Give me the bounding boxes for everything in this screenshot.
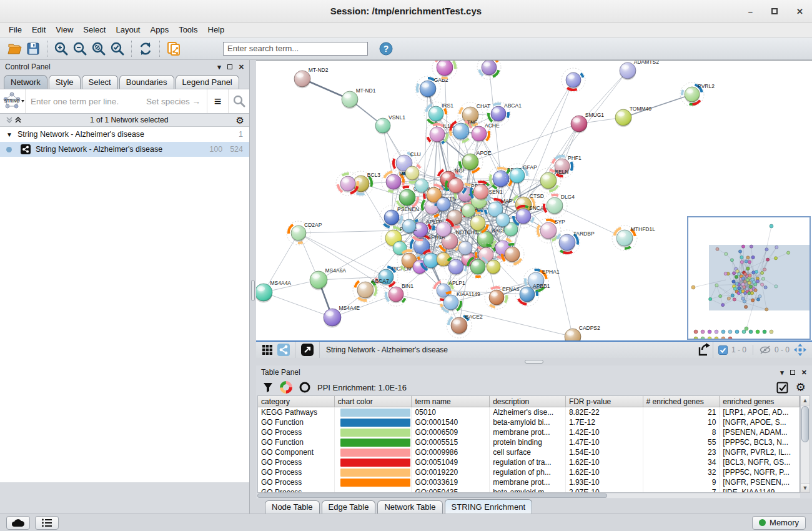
tab-node-table[interactable]: Node Table	[265, 500, 320, 514]
memory-button[interactable]: Memory	[752, 516, 806, 530]
export-network-icon[interactable]	[696, 342, 711, 357]
node-vsnl1[interactable]: VSNL1	[375, 114, 405, 134]
zoom-fit-button[interactable]	[89, 39, 108, 58]
string-options-button[interactable]: ≡	[207, 89, 228, 113]
zoom-in-button[interactable]	[52, 39, 71, 58]
column-header-enriched-genes[interactable]: # enriched genes	[643, 396, 720, 407]
column-header-category[interactable]: category	[258, 396, 335, 407]
collapse-all-icon[interactable]	[5, 116, 14, 124]
table-row[interactable]: GO ProcessGO:0006509membrane prot...1.42…	[258, 427, 800, 437]
node[interactable]	[402, 219, 416, 234]
table-row[interactable]: GO ProcessGO:0051049regulation of tra...…	[258, 457, 800, 467]
hidden-elements-icon[interactable]	[760, 345, 771, 354]
menu-file[interactable]: File	[4, 23, 27, 36]
save-session-button[interactable]	[24, 39, 42, 58]
string-logo-icon[interactable]: STRING	[0, 89, 26, 113]
navigate-icon[interactable]	[793, 343, 807, 357]
node[interactable]	[393, 241, 407, 256]
birds-eye-view[interactable]	[687, 216, 811, 340]
node[interactable]	[458, 241, 472, 256]
refresh-button[interactable]	[136, 39, 155, 58]
help-icon[interactable]: ?	[377, 39, 395, 58]
float-panel-icon[interactable]	[790, 370, 795, 375]
enrichment-table[interactable]: categorychart colorterm namedescriptionF…	[257, 395, 800, 493]
string-search-button[interactable]	[228, 89, 249, 113]
column-header-description[interactable]: description	[490, 396, 566, 407]
table-row[interactable]: GO ComponentGO:0009986cell surface1.54E-…	[258, 447, 800, 457]
collection-caret-icon[interactable]: ▼	[6, 131, 12, 138]
node[interactable]	[487, 260, 500, 275]
panel-menu-icon[interactable]: ▾	[217, 64, 221, 71]
node-cd2ap[interactable]: CD2AP	[287, 221, 322, 245]
search-input[interactable]	[223, 42, 368, 56]
tab-network-table[interactable]: Network Table	[377, 500, 442, 514]
filter-icon[interactable]	[262, 382, 274, 393]
tab-edge-table[interactable]: Edge Table	[322, 500, 376, 514]
tab-select[interactable]: Select	[82, 75, 118, 89]
grid-view-icon[interactable]	[261, 344, 274, 356]
tab-style[interactable]: Style	[49, 75, 81, 89]
table-row[interactable]: GO FunctionGO:0005515protein binding1.47…	[258, 437, 800, 447]
network-canvas[interactable]: MT-ND2MT-ND1VSNL1GAB2ADAMTS2PVRL2TOMM40S…	[256, 60, 812, 340]
tab-network[interactable]: Network	[4, 75, 47, 89]
horizontal-splitter[interactable]	[256, 358, 812, 365]
node-tomm40[interactable]: TOMM40	[615, 106, 651, 127]
node-cadps2[interactable]: CADPS2	[565, 325, 600, 340]
menu-layout[interactable]: Layout	[111, 23, 145, 36]
column-header-fdr-p-value[interactable]: FDR p-value	[566, 396, 643, 407]
column-header-chart-color[interactable]: chart color	[335, 396, 412, 407]
scrollbar-thumb[interactable]	[801, 406, 809, 442]
zoom-out-button[interactable]	[71, 39, 89, 58]
tab-string-enrichment[interactable]: STRING Enrichment	[445, 499, 532, 514]
open-in-new-window-icon[interactable]	[300, 343, 314, 357]
panel-menu-icon[interactable]: ▾	[780, 369, 784, 376]
node-ms4a4a[interactable]: MS4A4A	[256, 280, 291, 302]
table-horizontal-scrollbar[interactable]	[257, 494, 800, 498]
table-row[interactable]: GO FunctionGO:0001540beta-amyloid bi...1…	[258, 417, 800, 427]
tab-boundaries[interactable]: Boundaries	[119, 75, 174, 89]
node-adamts2[interactable]: ADAMTS2	[620, 61, 659, 80]
node-irs1[interactable]: IRS1	[424, 102, 453, 126]
table-row[interactable]: GO ProcessGO:0033619membrane prot...1.93…	[258, 477, 800, 487]
open-session-button[interactable]	[5, 39, 24, 58]
menu-select[interactable]: Select	[78, 23, 111, 36]
tab-legend-panel[interactable]: Legend Panel	[176, 75, 239, 89]
menu-apps[interactable]: Apps	[146, 23, 174, 36]
network-collection-row[interactable]: ▼ String Network - Alzheimer's disease 1	[0, 127, 249, 142]
float-panel-icon[interactable]	[227, 64, 232, 69]
node-mt-nd2[interactable]: MT-ND2	[294, 67, 329, 88]
node[interactable]	[496, 213, 510, 228]
node-bin1[interactable]: BIN1	[384, 282, 413, 306]
menu-help[interactable]: Help	[203, 23, 230, 36]
minimize-button[interactable]: –	[748, 7, 753, 16]
splitter-handle[interactable]	[525, 360, 543, 364]
cloud-tasks-button[interactable]	[6, 516, 30, 530]
selected-nodes-checkbox-icon[interactable]	[718, 345, 728, 355]
column-header-term-name[interactable]: term name	[412, 396, 490, 407]
menu-edit[interactable]: Edit	[27, 23, 51, 36]
vertical-splitter[interactable]	[250, 60, 256, 514]
node[interactable]	[462, 204, 475, 219]
network-options-gear-icon[interactable]: ⚙	[236, 116, 244, 125]
enrichment-chart-icon[interactable]	[280, 381, 292, 394]
string-view-icon[interactable]	[277, 344, 290, 356]
menu-tools[interactable]: Tools	[174, 23, 202, 36]
table-row[interactable]: GO ProcessGO:0050435beta-amyloid m...2.0…	[258, 487, 800, 492]
node[interactable]	[562, 68, 585, 92]
node-efna5[interactable]: EFNA5	[485, 285, 520, 309]
ring-chart-icon[interactable]	[299, 381, 311, 394]
task-history-button[interactable]	[35, 516, 59, 530]
vertical-scrollbar[interactable]: ▲ ▼	[800, 395, 810, 493]
node-reln[interactable]: RELN	[536, 168, 568, 193]
node[interactable]	[477, 61, 501, 79]
column-header-enriched-genes[interactable]: enriched genes	[720, 396, 800, 407]
network-from-file-button[interactable]	[164, 39, 183, 58]
node-apbb1[interactable]: APBB1	[515, 282, 550, 306]
scroll-up-arrow[interactable]: ▲	[801, 396, 810, 405]
scrollbar-thumb[interactable]	[257, 494, 607, 498]
splitter-handle[interactable]	[251, 280, 255, 301]
select-columns-icon[interactable]	[776, 382, 788, 394]
node[interactable]	[437, 197, 450, 212]
close-button[interactable]: ✕	[796, 7, 803, 16]
node-dlg4[interactable]: DLG4	[542, 193, 575, 218]
